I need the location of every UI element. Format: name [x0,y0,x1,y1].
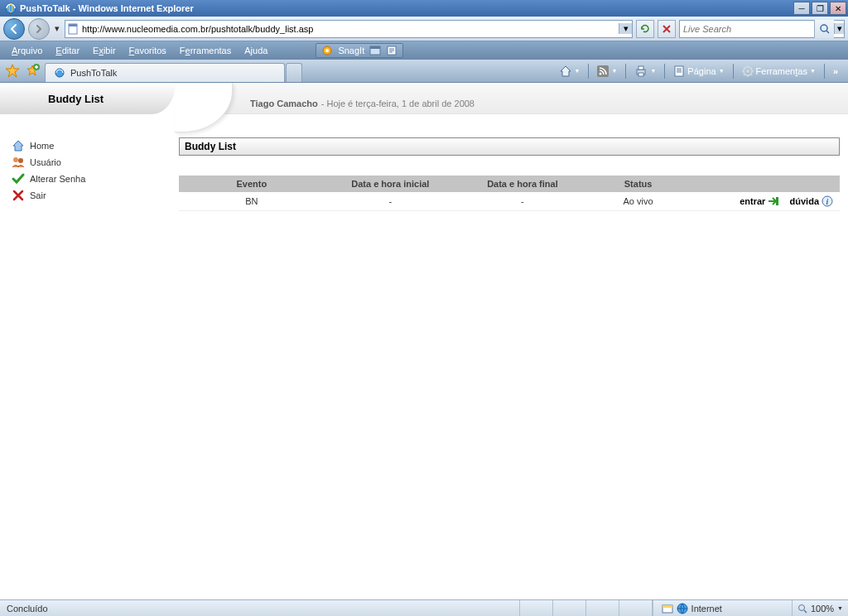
cell-evento: BN [179,192,325,211]
snagit-window-icon[interactable] [369,45,381,56]
zoom-control[interactable]: 100% ▼ [792,600,848,616]
entrar-label: entrar [740,196,765,206]
zoom-icon [797,604,807,614]
sidebar: Buddy List Home Usuário Alterar Senha Sa… [0,83,176,599]
status-text: Concluído [0,600,520,616]
close-button[interactable]: ✕ [830,2,846,15]
menu-editar[interactable]: Editar [49,43,86,58]
cell-fim: - [456,192,589,211]
forward-button[interactable] [28,18,50,40]
col-status: Status [589,176,688,192]
maximize-button[interactable]: ❐ [812,2,828,15]
status-bar: Concluído Internet 100% ▼ [0,599,848,616]
svg-rect-3 [69,24,77,26]
col-evento: Evento [179,176,325,192]
page-icon [65,23,80,35]
window-titlebar: PushToTalk - Windows Internet Explorer ─… [0,0,848,17]
svg-point-29 [798,604,804,610]
tools-menu[interactable]: Ferramentas▼ [739,64,819,79]
svg-rect-27 [662,605,672,608]
duvida-link[interactable]: dúvida i [790,195,833,207]
panel-title: Buddy List [179,137,840,156]
address-input[interactable] [80,22,619,36]
status-pane-2 [553,600,586,616]
cell-inicio: - [325,192,457,211]
svg-point-22 [18,158,23,163]
users-icon [12,156,25,169]
security-zone[interactable]: Internet [653,600,792,616]
snagit-toolbar[interactable]: SnagIt [316,43,403,58]
page-menu-label: Página [687,66,716,76]
sidebar-item-usuario[interactable]: Usuário [12,154,176,171]
search-input[interactable] [680,22,814,36]
back-button[interactable] [3,18,25,40]
check-icon [12,172,25,185]
table-row: BN - - Ao vivo entrar dúvida i [179,192,840,211]
sidebar-item-home[interactable]: Home [12,137,176,154]
refresh-button[interactable] [636,20,654,38]
ie-logo-icon [4,2,17,15]
search-dropdown[interactable]: ▾ [834,23,844,34]
svg-rect-16 [638,66,643,70]
nav-toolbar: ▾ ▾ ▾ [0,17,848,41]
sidebar-item-label: Alterar Senha [30,174,85,184]
home-button[interactable]: ▼ [556,63,584,79]
feeds-button[interactable]: ▼ [594,64,620,79]
tab-strip: PushToTalk ▼ ▼ ▼ Página▼ Ferramentas▼ » [0,60,848,83]
col-fim: Data e hora final [456,176,589,192]
svg-line-5 [826,31,829,33]
add-favorite-icon[interactable] [25,64,40,79]
exit-icon [12,189,25,202]
svg-point-21 [13,157,18,162]
tab-page-icon [54,67,65,79]
menu-exibir[interactable]: Exibir [86,43,123,58]
svg-line-30 [804,610,807,613]
status-pane-3 [586,600,619,616]
tab-title: PushToTalk [70,68,117,78]
svg-point-4 [821,25,827,31]
col-inicio: Data e hora inicial [325,176,457,192]
svg-rect-18 [675,66,683,76]
sidebar-item-label: Sair [30,190,46,200]
chevron-expand[interactable]: » [830,65,841,78]
stop-button[interactable] [658,20,676,38]
menu-ferramentas[interactable]: Ferramentas [173,43,238,58]
minimize-button[interactable]: ─ [793,2,810,15]
menu-ajuda[interactable]: Ajuda [238,43,274,58]
menu-favoritos[interactable]: Favoritos [123,43,173,58]
snagit-edit-icon[interactable] [386,45,398,56]
tools-menu-label: Ferramentas [756,66,807,76]
sidebar-item-sair[interactable]: Sair [12,187,176,204]
info-icon: i [822,195,833,207]
duvida-label: dúvida [790,196,819,206]
page-content: Buddy List Home Usuário Alterar Senha Sa… [0,83,848,599]
page-menu[interactable]: Página▼ [670,64,727,79]
popup-blocked-icon [662,603,673,614]
menu-bar: Arquivo Editar Exibir Favoritos Ferramen… [0,41,848,60]
command-bar: ▼ ▼ ▼ Página▼ Ferramentas▼ » [549,60,848,82]
new-tab-button[interactable] [286,63,302,82]
main-area: Tiago Camacho - Hoje é terça-feira, 1 de… [176,83,848,599]
sidebar-item-label: Home [30,141,54,151]
print-button[interactable]: ▼ [631,63,659,79]
sidebar-item-senha[interactable]: Alterar Senha [12,171,176,187]
sidebar-header: Buddy List [0,83,176,114]
window-title: PushToTalk - Windows Internet Explorer [20,3,792,13]
menu-arquivo[interactable]: Arquivo [5,43,49,58]
svg-point-7 [325,49,329,52]
svg-point-20 [746,70,749,73]
svg-rect-23 [776,197,778,205]
search-button[interactable] [814,20,834,38]
address-dropdown[interactable]: ▾ [619,23,632,34]
page-header: Tiago Camacho - Hoje é terça-feira, 1 de… [176,83,848,114]
globe-icon [677,603,688,614]
entrar-link[interactable]: entrar [740,196,779,206]
svg-rect-17 [638,73,643,76]
nav-history-dropdown[interactable]: ▾ [53,23,61,34]
browser-tab[interactable]: PushToTalk [45,63,285,82]
favorites-star-icon[interactable] [5,64,20,79]
buddy-table: Evento Data e hora inicial Data e hora f… [179,176,840,211]
user-name: Tiago Camacho [250,99,318,108]
cell-status: Ao vivo [589,192,688,211]
table-header-row: Evento Data e hora inicial Data e hora f… [179,176,840,192]
